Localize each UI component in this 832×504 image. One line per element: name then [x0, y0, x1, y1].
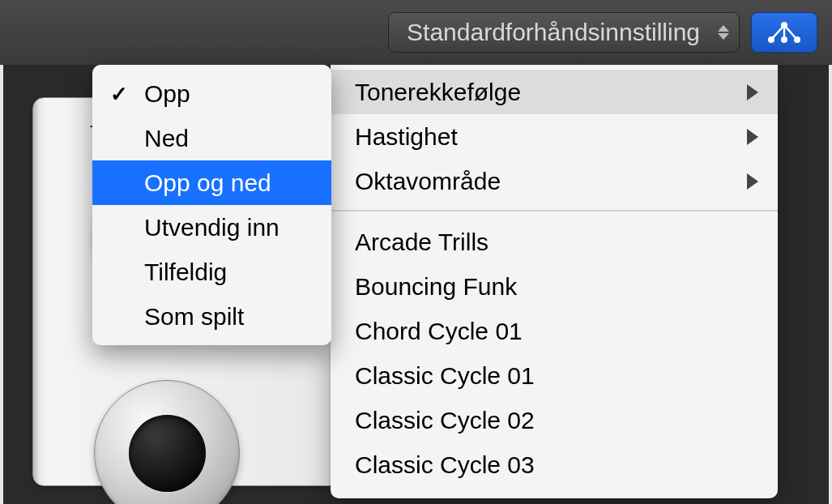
submenu-item-as-played[interactable]: Som spilt: [92, 294, 331, 339]
submenu-label: Tilfeldig: [144, 258, 227, 286]
main-menu: Tonerekkefølge Hastighet Oktavområde Arc…: [331, 65, 778, 498]
preset-label: Classic Cycle 02: [355, 407, 535, 434]
submenu-label: Opp og ned: [144, 169, 271, 197]
submenu-label: Utvendig inn: [144, 214, 279, 241]
preset-item[interactable]: Classic Cycle 01: [331, 353, 778, 398]
preset-label: Classic Cycle 03: [355, 451, 535, 479]
chevron-right-icon: [747, 84, 758, 100]
checkmark-icon: ✓: [110, 81, 128, 106]
menu-item-octave-range[interactable]: Oktavområde: [331, 159, 778, 203]
preset-item[interactable]: Classic Cycle 03: [331, 442, 778, 487]
preset-arrows-icon: [718, 25, 729, 40]
menu-label: Tonerekkefølge: [355, 79, 521, 106]
chevron-right-icon: [747, 129, 758, 145]
preset-item[interactable]: Arcade Trills: [331, 220, 778, 264]
preset-item[interactable]: Classic Cycle 02: [331, 398, 778, 442]
preset-label: Classic Cycle 01: [355, 362, 535, 390]
submenu-label: Ned: [144, 125, 189, 152]
connector-icon: [765, 20, 804, 45]
submenu-label: Opp: [144, 80, 190, 108]
menu-label: Oktavområde: [355, 168, 501, 195]
menu-item-speed[interactable]: Hastighet: [331, 114, 778, 159]
menu-separator: [331, 210, 778, 211]
submenu-note-order: ✓ Opp Ned Opp og ned Utvendig inn Tilfel…: [92, 65, 331, 345]
connector-button[interactable]: [751, 12, 817, 53]
preset-label: Standardforhåndsinnstilling: [407, 19, 700, 46]
preset-label: Arcade Trills: [355, 229, 489, 256]
chevron-right-icon: [747, 173, 758, 190]
preset-selector[interactable]: Standardforhåndsinnstilling: [388, 12, 740, 53]
menu-item-note-order[interactable]: Tonerekkefølge: [331, 70, 778, 114]
preset-label: Chord Cycle 01: [355, 318, 523, 345]
submenu-label: Som spilt: [144, 303, 244, 331]
submenu-item-up-and-down[interactable]: Opp og ned: [92, 160, 331, 205]
submenu-item-down[interactable]: Ned: [92, 116, 331, 160]
submenu-item-up[interactable]: ✓ Opp: [92, 71, 331, 116]
preset-item[interactable]: Chord Cycle 01: [331, 309, 778, 353]
knob-2[interactable]: [94, 380, 240, 504]
menu-label: Hastighet: [355, 123, 458, 151]
submenu-item-outside-in[interactable]: Utvendig inn: [92, 205, 331, 250]
submenu-item-random[interactable]: Tilfeldig: [92, 250, 331, 294]
preset-label: Bouncing Funk: [355, 273, 517, 301]
toolbar: Standardforhåndsinnstilling: [0, 0, 832, 65]
preset-item[interactable]: Bouncing Funk: [331, 264, 778, 309]
